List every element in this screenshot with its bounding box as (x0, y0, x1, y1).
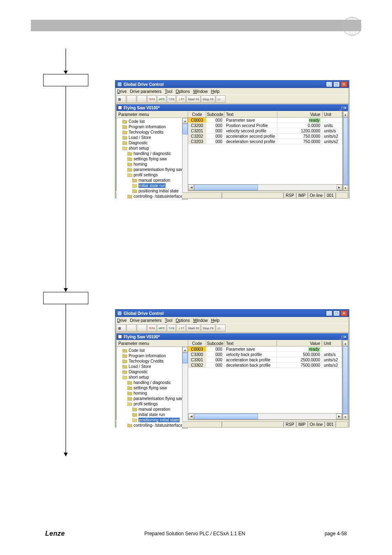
tree-item[interactable]: manual operation (117, 178, 182, 183)
toolbar-btn-f7[interactable]: ⤓F7 (176, 324, 186, 332)
tree-item[interactable]: handling / diagnostic (117, 151, 182, 156)
grid-hscroll[interactable]: ◀ ▶ (188, 184, 342, 190)
col-code[interactable]: Code (188, 340, 206, 346)
doc-titlebar[interactable]: Flying Saw V0100* _ □ × (116, 333, 348, 340)
titlebar[interactable]: Global Drive Control _ □ × (115, 310, 349, 317)
tree-item[interactable]: Load / Store (117, 364, 182, 369)
minimize-button[interactable]: _ (326, 81, 332, 87)
toolbar-btn[interactable] (137, 324, 147, 332)
stop-button[interactable]: Stop F9 (201, 324, 215, 332)
col-value[interactable]: Value (277, 111, 323, 117)
col-text[interactable]: Text (224, 111, 277, 117)
tree-item[interactable]: handling / diagnostic (117, 380, 182, 385)
col-subcode[interactable]: Subcode (206, 111, 224, 117)
table-row[interactable]: C3300000velocity back profile500.0000uni… (188, 352, 342, 357)
table-row[interactable]: C3200000Position second Profile0.0000uni… (188, 123, 342, 128)
scroll-down-icon[interactable]: ▼ (343, 185, 348, 191)
scroll-left-icon[interactable]: ◀ (188, 414, 194, 419)
tree-scrollbar[interactable]: ▲ ▼ (182, 347, 188, 429)
doc-close[interactable]: × (344, 106, 346, 110)
close-button[interactable]: × (341, 310, 347, 316)
col-text[interactable]: Text (224, 340, 277, 346)
col-subcode[interactable]: Subcode (206, 340, 224, 346)
table-row[interactable]: C0003000Parameter saveready (188, 118, 342, 123)
tree-item[interactable]: homing (117, 391, 182, 396)
tree-item[interactable]: Technology Credits (117, 358, 182, 364)
tree-item[interactable]: Diagnostic (117, 140, 182, 146)
menu-drive[interactable]: Drive (117, 89, 127, 94)
maximize-button[interactable]: □ (333, 310, 340, 316)
tree-item[interactable]: parameterisation flying saw (117, 167, 182, 172)
toolbar-btn[interactable]: ▭ (216, 324, 226, 332)
table-row[interactable]: C3202000acceleration second profile750.0… (188, 134, 342, 139)
menu-help[interactable]: Help (211, 318, 219, 323)
stop-button[interactable]: Stop F9 (201, 95, 215, 103)
menu-drive-params[interactable]: Drive parameters (130, 318, 161, 323)
toolbar-btn-f5[interactable]: ⇄F5 (157, 95, 166, 103)
menu-drive[interactable]: Drive (117, 318, 127, 323)
parameter-tree[interactable]: Code listProgram informationTechnology C… (117, 118, 182, 200)
titlebar[interactable]: Global Drive Control _ □ × (115, 81, 349, 88)
toolbar-btn-f5[interactable]: ⇄F5 (157, 324, 166, 332)
col-code[interactable]: Code (188, 111, 206, 117)
tree-item[interactable]: Diagnostic (117, 369, 182, 375)
grid-body[interactable]: C0003000Parameter savereadyC3200000Posit… (188, 118, 342, 184)
scroll-right-icon[interactable]: ▶ (337, 185, 342, 190)
menu-drive-params[interactable]: Drive parameters (130, 89, 161, 94)
tree-item[interactable]: controlling- /statusinterface (117, 423, 182, 428)
toolbar-btn-f4[interactable]: ↯F4 (147, 324, 157, 332)
toolbar-btn[interactable] (127, 324, 136, 332)
tree-item[interactable]: short setup (117, 146, 182, 151)
tree-item[interactable]: homing (117, 162, 182, 167)
tree-item[interactable]: Technology Credits (117, 130, 182, 135)
scroll-up-icon[interactable]: ▲ (343, 340, 348, 346)
tree-item[interactable]: manual operation (117, 407, 182, 412)
tree-item[interactable]: Program information (117, 124, 182, 130)
maximize-button[interactable]: □ (333, 81, 340, 87)
outer-scrollbar[interactable]: ▲ ▼ (343, 111, 348, 191)
toolbar-btn-f6[interactable]: ↻F6 (167, 95, 176, 103)
grid-body[interactable]: C0003000Parameter savereadyC3300000veloc… (188, 347, 342, 413)
doc-close[interactable]: × (344, 335, 346, 339)
tree-item[interactable]: Program information (117, 353, 182, 358)
scroll-down-icon[interactable]: ▼ (343, 414, 348, 420)
scroll-up-icon[interactable]: ▲ (182, 347, 188, 353)
table-row[interactable]: C3302000deceleration back profile7500.00… (188, 363, 342, 368)
parameter-tree[interactable]: Code listProgram informationTechnology C… (117, 347, 182, 429)
tree-scrollbar[interactable]: ▲ ▼ (182, 118, 188, 200)
menu-window[interactable]: Window (193, 318, 208, 323)
tree-item[interactable]: Load / Store (117, 135, 182, 140)
toolbar-btn[interactable]: ▭ (216, 95, 226, 103)
table-row[interactable]: C3203000deceleration second profile750.0… (188, 139, 342, 144)
tree-item[interactable]: short setup (117, 375, 182, 380)
menu-window[interactable]: Window (193, 89, 208, 94)
menu-tool[interactable]: Tool (165, 318, 172, 323)
table-row[interactable]: C3301000acceleration back profile2500.00… (188, 357, 342, 363)
tree-item[interactable]: settings flying saw (117, 385, 182, 391)
scroll-left-icon[interactable]: ◀ (188, 185, 194, 190)
menu-options[interactable]: Options (175, 89, 189, 94)
tree-item[interactable]: initial state run (117, 183, 182, 188)
table-row[interactable]: C0003000Parameter saveready (188, 347, 342, 352)
col-value[interactable]: Value (277, 340, 322, 346)
tree-item[interactable]: profil settings (117, 172, 182, 178)
scroll-up-icon[interactable]: ▲ (343, 111, 348, 117)
scroll-right-icon[interactable]: ▶ (336, 414, 342, 419)
tree-item[interactable]: Code list (117, 348, 182, 353)
outer-scrollbar[interactable]: ▲ ▼ (342, 340, 348, 420)
col-unit[interactable]: Unit (322, 340, 342, 346)
tree-item[interactable]: profil settings (117, 401, 182, 407)
tree-item[interactable]: parameterisation flying saw (117, 396, 182, 401)
tree-item[interactable]: settings flying saw (117, 156, 182, 162)
menu-help[interactable]: Help (211, 89, 219, 94)
menu-options[interactable]: Options (175, 318, 189, 323)
menu-tool[interactable]: Tool (165, 89, 172, 94)
close-button[interactable]: × (341, 81, 347, 87)
doc-titlebar[interactable]: Flying Saw V0100* _ □ × (116, 104, 348, 111)
toolbar-btn[interactable]: ▦ (116, 324, 126, 332)
start-button[interactable]: Start F8 (186, 95, 201, 103)
menubar[interactable]: Drive Drive parameters Tool Options Wind… (115, 88, 349, 95)
toolbar-btn[interactable]: ▦ (116, 95, 126, 103)
start-button[interactable]: Start F8 (186, 324, 201, 332)
toolbar-btn[interactable] (137, 95, 147, 103)
